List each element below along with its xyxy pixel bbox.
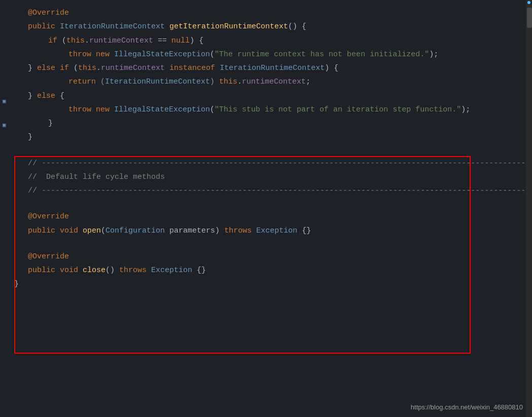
- code-line-3: if (this.runtimeContext == null) {: [0, 34, 532, 48]
- keyword-new-1: new: [96, 49, 114, 60]
- type-ise-2: IllegalStateException: [114, 104, 210, 116]
- semi-1: );: [429, 49, 438, 60]
- code-line-16: @Override: [0, 210, 532, 223]
- code-line-5: } else if (this.runtimeContext instanceo…: [0, 61, 532, 75]
- paren-2: (: [62, 35, 66, 47]
- type-exception-2: Exception: [151, 264, 197, 276]
- keyword-public-3: public: [28, 264, 60, 276]
- brace-final: }: [14, 278, 19, 290]
- method-close: close: [83, 264, 105, 276]
- brace-2: }: [28, 90, 37, 102]
- type-irc-1: IterationRuntimeContext: [60, 21, 169, 32]
- keyword-void-2: void: [60, 264, 83, 276]
- watermark: https://blog.csdn.net/weixin_46880810: [411, 403, 523, 411]
- keyword-else: else: [37, 90, 55, 102]
- type-exception-1: Exception: [256, 225, 302, 237]
- dot-1: .: [85, 35, 89, 47]
- null-1: null: [171, 35, 190, 47]
- annotation-override-2: @Override: [28, 211, 69, 222]
- code-area: @Override public IterationRuntimeContext…: [0, 0, 532, 295]
- paren-4: (: [74, 62, 78, 74]
- code-line-17: public void open(Configuration parameter…: [0, 224, 532, 238]
- this-1: this: [66, 35, 85, 47]
- comment-line-1: // -------------------------------------…: [28, 158, 532, 169]
- paren-3: (: [210, 49, 215, 60]
- annotation-override-1: @Override: [28, 7, 69, 19]
- method-getirc: getIterationRuntimeContext: [169, 21, 288, 32]
- field-rc-1: runtimeContext: [89, 35, 153, 47]
- code-line-2: public IterationRuntimeContext getIterat…: [0, 20, 532, 33]
- method-open: open: [83, 225, 101, 237]
- semi-2: ;: [306, 76, 310, 88]
- code-line-14: // -------------------------------------…: [0, 184, 532, 198]
- keyword-public-1: public: [28, 21, 60, 32]
- comment-line-2: // -------------------------------------…: [28, 185, 532, 197]
- gutter-icon-1: ▣: [3, 98, 6, 104]
- empty-body-1: {}: [302, 225, 311, 237]
- keyword-elseif: else if: [37, 62, 74, 74]
- brace-3: }: [48, 118, 53, 129]
- paren-1: () {: [288, 21, 306, 32]
- paren-open-3: (): [105, 264, 119, 276]
- gutter-icon-2: ▣: [3, 122, 6, 128]
- paren-open-2: (: [101, 225, 105, 237]
- keyword-if: if: [48, 35, 62, 47]
- eq-1: ==: [153, 35, 171, 47]
- string-2: "This stub is not part of an iteration s…: [215, 104, 461, 116]
- code-line-9: }: [0, 117, 532, 130]
- close-1: ) {: [190, 35, 203, 47]
- keyword-throw-1: throw: [68, 49, 96, 60]
- scrollbar-thumb[interactable]: [527, 8, 532, 28]
- code-line-7: } else {: [0, 89, 532, 103]
- string-1: "The runtime context has not been initia…: [215, 49, 429, 60]
- type-ise-1: IllegalStateException: [114, 49, 210, 60]
- code-line-4: throw new IllegalStateException("The run…: [0, 48, 532, 61]
- keyword-public-2: public: [28, 225, 60, 237]
- this-2: this: [78, 62, 96, 74]
- code-line-6: return (IterationRuntimeContext) this.ru…: [0, 75, 532, 89]
- code-line-21: }: [0, 277, 532, 291]
- dot-3: .: [237, 76, 242, 88]
- type-cast-irc: (IterationRuntimeContext): [100, 76, 219, 88]
- code-line-15: [0, 198, 532, 210]
- keyword-new-2: new: [96, 104, 114, 116]
- code-line-8: throw new IllegalStateException("This st…: [0, 103, 532, 117]
- dot-2: .: [96, 62, 101, 74]
- keyword-instanceof: instanceof: [169, 62, 220, 74]
- semi-3: );: [461, 104, 470, 116]
- code-line-18: [0, 238, 532, 250]
- empty-body-2: {}: [197, 264, 206, 276]
- param-parameters: parameters: [169, 225, 215, 237]
- keyword-throws-1: throws: [224, 225, 256, 237]
- type-irc-2: IterationRuntimeContext: [220, 62, 325, 74]
- code-line-12: // -------------------------------------…: [0, 157, 532, 170]
- brace-open-1: {: [55, 90, 64, 102]
- keyword-throws-2: throws: [119, 264, 151, 276]
- code-editor: @Override public IterationRuntimeContext…: [0, 0, 532, 417]
- scrollbar-indicator: [527, 1, 530, 4]
- code-line-1: @Override: [0, 6, 532, 20]
- code-line-13: // Default life cycle methods: [0, 170, 532, 184]
- field-rc-2: runtimeContext: [101, 62, 169, 74]
- keyword-throw-2: throw: [68, 104, 96, 116]
- type-configuration: Configuration: [105, 225, 169, 237]
- keyword-void-1: void: [60, 225, 83, 237]
- scrollbar-track[interactable]: [526, 0, 532, 417]
- code-line-20: public void close() throws Exception {}: [0, 263, 532, 277]
- this-3: this: [219, 76, 237, 88]
- annotation-override-3: @Override: [28, 251, 69, 262]
- comment-lifecycle: // Default life cycle methods: [28, 171, 165, 183]
- code-line-11: [0, 144, 532, 157]
- field-rc-3: runtimeContext: [242, 76, 306, 88]
- paren-5: (: [210, 104, 215, 116]
- close-2: ) {: [325, 62, 338, 74]
- code-line-19: @Override: [0, 250, 532, 263]
- keyword-return: return: [68, 76, 100, 88]
- brace-4: }: [28, 131, 32, 143]
- brace-1: }: [28, 62, 37, 74]
- code-line-10: }: [0, 130, 532, 144]
- paren-close-2: ): [215, 225, 224, 237]
